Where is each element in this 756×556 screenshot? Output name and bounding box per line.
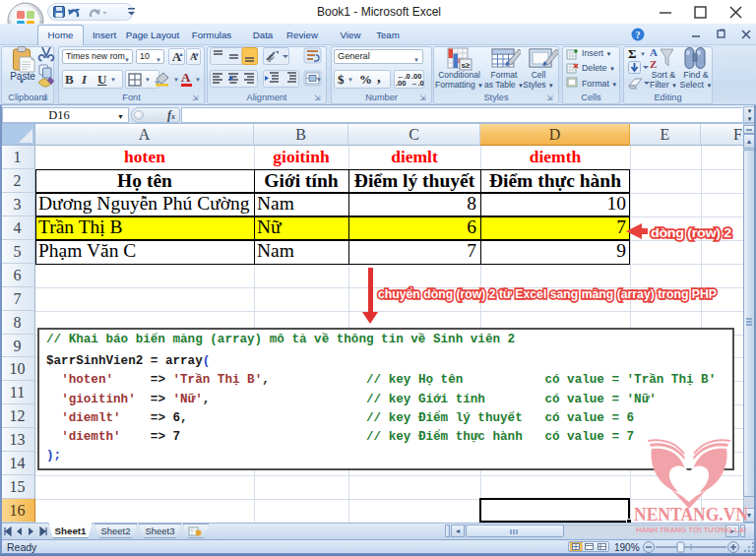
svg-text:chuyển dòng (row) 2 từ Excel s: chuyển dòng (row) 2 từ Excel sang mảng (… (378, 286, 717, 301)
svg-text:A: A (650, 46, 658, 58)
svg-text:?: ? (636, 30, 641, 40)
svg-text:.00: .00 (396, 79, 406, 88)
svg-text:s≥: s≥ (462, 61, 471, 70)
svg-text:→.0: →.0 (410, 79, 424, 88)
svg-text:Z: Z (650, 58, 657, 70)
svg-text:dòng (row) 2: dòng (row) 2 (651, 225, 731, 240)
svg-text:HÀNH TRANG TỚI TƯƠNG LAI: HÀNH TRANG TỚI TƯƠNG LAI (636, 525, 746, 534)
svg-text:NENTANG.VN: NENTANG.VN (634, 504, 748, 525)
